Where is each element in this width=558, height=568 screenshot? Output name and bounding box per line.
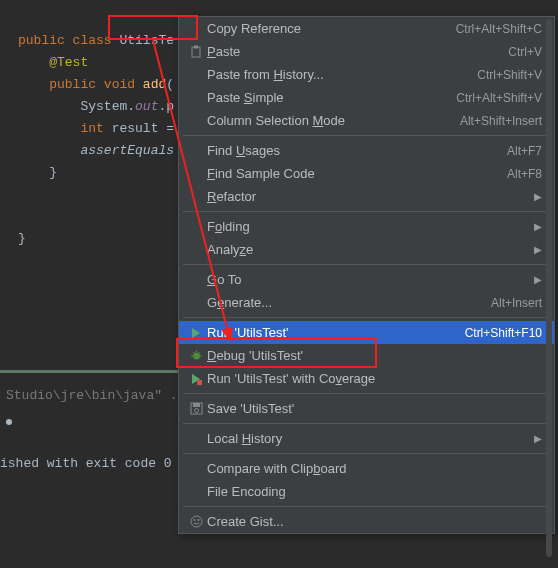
annotation-highlight-run xyxy=(176,338,377,368)
github-icon xyxy=(185,515,207,528)
scrollbar[interactable] xyxy=(546,19,552,557)
panel-separator xyxy=(0,370,180,373)
submenu-arrow-icon: ▶ xyxy=(534,191,542,202)
menu-save[interactable]: Save 'UtilsTest' xyxy=(179,397,554,420)
keyword: int xyxy=(80,121,103,136)
menu-separator xyxy=(183,423,550,424)
menu-refactor[interactable]: Refactor ▶ xyxy=(179,185,554,208)
svg-point-14 xyxy=(197,519,199,521)
field: out xyxy=(135,99,158,114)
bullet-icon xyxy=(6,419,12,425)
shortcut: Alt+F8 xyxy=(507,167,542,181)
shortcut: Ctrl+Shift+F10 xyxy=(465,326,542,340)
console-exit-line: ished with exit code 0 xyxy=(0,453,180,475)
submenu-arrow-icon: ▶ xyxy=(534,274,542,285)
menu-label: Go To xyxy=(207,272,528,287)
menu-find-usages[interactable]: Find Usages Alt+F7 xyxy=(179,139,554,162)
annotation-highlight-class xyxy=(108,15,198,40)
menu-paste[interactable]: Paste Ctrl+V xyxy=(179,40,554,63)
menu-label: Column Selection Mode xyxy=(207,113,460,128)
menu-label: File Encoding xyxy=(207,484,542,499)
menu-label: Paste from History... xyxy=(207,67,477,82)
brace: } xyxy=(49,165,57,180)
paste-icon xyxy=(185,45,207,59)
menu-separator xyxy=(183,393,550,394)
console-path: Studio\jre\bin\java" . xyxy=(0,385,180,407)
menu-label: Run 'UtilsTest' with Coverage xyxy=(207,371,542,386)
menu-local-history[interactable]: Local History ▶ xyxy=(179,427,554,450)
menu-label: Compare with Clipboard xyxy=(207,461,542,476)
svg-point-13 xyxy=(193,519,195,521)
menu-label: Generate... xyxy=(207,295,491,310)
shortcut: Alt+F7 xyxy=(507,144,542,158)
menu-separator xyxy=(183,506,550,507)
method-name: add xyxy=(143,77,166,92)
menu-label: Paste xyxy=(207,44,508,59)
save-icon xyxy=(185,402,207,415)
console-output[interactable]: Studio\jre\bin\java" . ished with exit c… xyxy=(0,385,180,475)
svg-point-12 xyxy=(191,516,202,527)
menu-separator xyxy=(183,211,550,212)
submenu-arrow-icon: ▶ xyxy=(534,221,542,232)
menu-generate[interactable]: Generate... Alt+Insert xyxy=(179,291,554,314)
menu-column-selection[interactable]: Column Selection Mode Alt+Shift+Insert xyxy=(179,109,554,132)
menu-file-encoding[interactable]: File Encoding xyxy=(179,480,554,503)
menu-label: Save 'UtilsTest' xyxy=(207,401,542,416)
code-text: System. xyxy=(80,99,135,114)
menu-label: Analyze xyxy=(207,242,528,257)
svg-rect-8 xyxy=(197,380,202,385)
run-icon xyxy=(185,327,207,339)
code-text: .p xyxy=(158,99,174,114)
brace: } xyxy=(18,231,26,246)
menu-analyze[interactable]: Analyze ▶ xyxy=(179,238,554,261)
shortcut: Alt+Insert xyxy=(491,296,542,310)
menu-separator xyxy=(183,453,550,454)
context-menu[interactable]: Copy Reference Ctrl+Alt+Shift+C Paste Ct… xyxy=(178,16,555,534)
shortcut: Ctrl+Alt+Shift+C xyxy=(456,22,542,36)
method-call: assertEquals xyxy=(80,143,174,158)
svg-point-11 xyxy=(194,409,198,413)
menu-separator xyxy=(183,135,550,136)
coverage-icon xyxy=(185,373,207,385)
menu-label: Find Usages xyxy=(207,143,507,158)
menu-copy-reference[interactable]: Copy Reference Ctrl+Alt+Shift+C xyxy=(179,17,554,40)
menu-folding[interactable]: Folding ▶ xyxy=(179,215,554,238)
keyword: public void xyxy=(49,77,135,92)
menu-separator xyxy=(183,317,550,318)
keyword: public class xyxy=(18,33,112,48)
submenu-arrow-icon: ▶ xyxy=(534,433,542,444)
svg-rect-10 xyxy=(193,403,200,407)
menu-label: Local History xyxy=(207,431,528,446)
code-text: result = xyxy=(104,121,182,136)
shortcut: Ctrl+Shift+V xyxy=(477,68,542,82)
menu-label: Create Gist... xyxy=(207,514,542,529)
menu-paste-history[interactable]: Paste from History... Ctrl+Shift+V xyxy=(179,63,554,86)
menu-label: Copy Reference xyxy=(207,21,456,36)
menu-label: Paste Simple xyxy=(207,90,456,105)
menu-find-sample[interactable]: Find Sample Code Alt+F8 xyxy=(179,162,554,185)
menu-compare-clipboard[interactable]: Compare with Clipboard xyxy=(179,457,554,480)
submenu-arrow-icon: ▶ xyxy=(534,244,542,255)
menu-paste-simple[interactable]: Paste Simple Ctrl+Alt+Shift+V xyxy=(179,86,554,109)
shortcut: Alt+Shift+Insert xyxy=(460,114,542,128)
paren: ( xyxy=(166,77,174,92)
shortcut: Ctrl+V xyxy=(508,45,542,59)
menu-separator xyxy=(183,264,550,265)
menu-goto[interactable]: Go To ▶ xyxy=(179,268,554,291)
menu-coverage[interactable]: Run 'UtilsTest' with Coverage xyxy=(179,367,554,390)
shortcut: Ctrl+Alt+Shift+V xyxy=(456,91,542,105)
menu-label: Find Sample Code xyxy=(207,166,507,181)
annotation: @Test xyxy=(49,55,88,70)
menu-label: Folding xyxy=(207,219,528,234)
menu-create-gist[interactable]: Create Gist... xyxy=(179,510,554,533)
menu-label: Refactor xyxy=(207,189,528,204)
svg-rect-1 xyxy=(194,45,198,48)
